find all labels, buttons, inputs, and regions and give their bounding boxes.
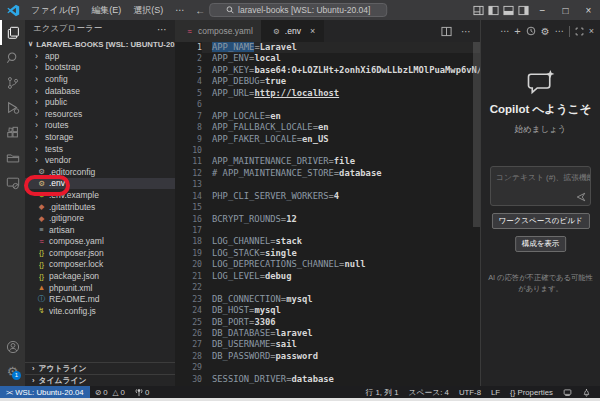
editor-line[interactable]: 19LOG_STACK=single: [175, 248, 480, 259]
source-control-icon[interactable]: [0, 70, 25, 95]
tree-item-database[interactable]: ›database: [25, 85, 175, 97]
editor-line[interactable]: 1APP_NAME=Laravel: [175, 42, 480, 53]
tree-item-package.json[interactable]: {}package.json: [25, 270, 175, 282]
editor-line[interactable]: 9APP_FAKER_LOCALE=en_US: [175, 134, 480, 145]
editor-line[interactable]: 7APP_LOCALE=en: [175, 111, 480, 122]
tree-item-composer.lock[interactable]: {}composer.lock: [25, 259, 175, 271]
chat-more-actions-icon[interactable]: ⋯: [555, 26, 564, 36]
tree-item-config[interactable]: ›config: [25, 73, 175, 85]
editor-line[interactable]: 2APP_ENV=local: [175, 53, 480, 64]
toggle-primary-sidebar-icon[interactable]: [486, 0, 501, 20]
editor-line[interactable]: 26DB_DATABASE=laravel: [175, 328, 480, 339]
editor-line[interactable]: 28DB_PASSWORD=password: [175, 351, 480, 362]
chat-history-icon[interactable]: [526, 26, 536, 36]
chat-input[interactable]: コンテキスト (#)、拡張機能 (@: [490, 166, 591, 206]
explorer-icon[interactable]: [0, 20, 25, 45]
maximize-panel-icon[interactable]: [575, 27, 584, 36]
menu-selection[interactable]: 選択(S): [127, 0, 169, 20]
editor-line[interactable]: 15: [175, 202, 480, 213]
tree-item-vite.config.js[interactable]: ↯vite.config.js: [25, 305, 175, 317]
problems-indicator[interactable]: ⊘ 0 △ 0: [90, 388, 130, 397]
editor-more-actions-icon[interactable]: ⋯: [461, 26, 471, 37]
explorer-more-actions-icon[interactable]: ⋯: [157, 24, 167, 35]
toggle-secondary-sidebar-icon[interactable]: [516, 0, 531, 20]
tree-item-storage[interactable]: ›storage: [25, 131, 175, 143]
menu-file[interactable]: ファイル(F): [25, 0, 85, 20]
editor-line[interactable]: 12# APP_MAINTENANCE_STORE=database: [175, 168, 480, 179]
search-sidebar-icon[interactable]: [0, 45, 25, 70]
tree-item-routes[interactable]: ›routes: [25, 120, 175, 132]
eol-sequence[interactable]: LF: [486, 388, 505, 397]
close-window-button[interactable]: ×: [577, 0, 600, 20]
tree-item-resources[interactable]: ›resources: [25, 108, 175, 120]
editor-line[interactable]: 21LOG_LEVEL=debug: [175, 271, 480, 282]
editor-line[interactable]: 5APP_URL=http://localhost: [175, 88, 480, 99]
editor-line[interactable]: 11APP_MAINTENANCE_DRIVER=file: [175, 156, 480, 167]
tree-item-vendor[interactable]: ›vendor: [25, 154, 175, 166]
tree-item-.gitignore[interactable]: ◆.gitignore: [25, 212, 175, 224]
extensions-icon[interactable]: [0, 120, 25, 145]
tree-item-compose.yaml[interactable]: ≈compose.yaml: [25, 236, 175, 248]
editor-line[interactable]: 3APP_KEY=base64:O+LOZLHt+2onhXi6DwLLbzLM…: [175, 65, 480, 76]
code-editor[interactable]: 1APP_NAME=Laravel2APP_ENV=local3APP_KEY=…: [175, 42, 480, 386]
tree-item-composer.json[interactable]: {}composer.json: [25, 247, 175, 259]
editor-line[interactable]: 29: [175, 362, 480, 373]
show-configuration-button[interactable]: 構成を表示: [515, 236, 567, 252]
tab-env[interactable]: ⚙ .env ×: [262, 20, 324, 42]
send-icon[interactable]: [576, 192, 586, 202]
tree-item-bootstrap[interactable]: ›bootstrap: [25, 62, 175, 74]
editor-line[interactable]: 27DB_USERNAME=sail: [175, 339, 480, 350]
menu-edit[interactable]: 編集(E): [85, 0, 127, 20]
tree-item-README.md[interactable]: ⓘREADME.md: [25, 293, 175, 305]
editor-line[interactable]: 8APP_FALLBACK_LOCALE=en: [175, 122, 480, 133]
tree-item-public[interactable]: ›public: [25, 96, 175, 108]
minimize-button[interactable]: −: [531, 0, 554, 20]
editor-line[interactable]: 23DB_CONNECTION=mysql: [175, 294, 480, 305]
editor-line[interactable]: 17: [175, 225, 480, 236]
toggle-panel-icon[interactable]: [501, 0, 516, 20]
remote-explorer-icon[interactable]: [0, 170, 25, 195]
editor-line[interactable]: 16BCRYPT_ROUNDS=12: [175, 214, 480, 225]
tree-item-.editorconfig[interactable]: ⚙.editorconfig: [25, 166, 175, 178]
run-debug-icon[interactable]: [0, 95, 25, 120]
close-tab-icon[interactable]: ×: [310, 26, 315, 36]
customize-layout-icon[interactable]: [471, 0, 486, 20]
editor-line[interactable]: 24DB_HOST=mysql: [175, 305, 480, 316]
maximize-button[interactable]: □: [554, 0, 577, 20]
ports-indicator[interactable]: 0: [130, 388, 154, 397]
accounts-icon[interactable]: [0, 334, 25, 359]
indentation[interactable]: スペース: 4: [403, 387, 453, 398]
close-panel-icon[interactable]: ×: [589, 26, 594, 36]
outline-section[interactable]: › アウトライン: [25, 362, 175, 374]
editor-line[interactable]: 20LOG_DEPRECATIONS_CHANNEL=null: [175, 259, 480, 270]
tree-item-artisan[interactable]: ≡artisan: [25, 224, 175, 236]
editor-scrollbar[interactable]: [473, 42, 480, 227]
timeline-section[interactable]: › タイムライン: [25, 374, 175, 386]
remote-indicator[interactable]: >< WSL: Ubuntu-20.04: [0, 386, 90, 398]
feedback-icon[interactable]: [558, 388, 577, 397]
tree-item-tests[interactable]: ›tests: [25, 143, 175, 155]
new-chat-icon[interactable]: +: [514, 25, 520, 37]
editor-line[interactable]: 30SESSION_DRIVER=database: [175, 374, 480, 385]
tab-compose-yaml[interactable]: ≈ compose.yaml: [175, 20, 262, 42]
editor-line[interactable]: 6: [175, 99, 480, 110]
editor-line[interactable]: 22: [175, 282, 480, 293]
editor-line[interactable]: 10: [175, 145, 480, 156]
build-workspace-button[interactable]: ワークスペースのビルド: [491, 213, 589, 229]
editor-line[interactable]: 13: [175, 179, 480, 190]
notifications-bell-icon[interactable]: [577, 388, 596, 397]
tree-item-.env[interactable]: ⚙.env: [25, 178, 175, 190]
tree-item-app[interactable]: ›app: [25, 50, 175, 62]
chat-mode-more-icon[interactable]: ⋯: [500, 26, 509, 36]
workspace-section-header[interactable]: ∨ LARAVEL-BOOKS [WSL: UBUNTU-20.04]: [25, 38, 175, 50]
docker-sidebar-icon[interactable]: [0, 145, 25, 170]
cursor-position[interactable]: 行 1, 列 1: [361, 387, 404, 398]
chat-settings-gear-icon[interactable]: ⚙: [541, 26, 550, 37]
menu-overflow[interactable]: ⋯: [169, 0, 190, 20]
editor-line[interactable]: 14PHP_CLI_SERVER_WORKERS=4: [175, 191, 480, 202]
encoding[interactable]: UTF-8: [454, 388, 486, 397]
split-editor-icon[interactable]: [441, 26, 452, 37]
tree-item-phpunit.xml[interactable]: ▲phpunit.xml: [25, 282, 175, 294]
command-center[interactable]: laravel-books [WSL: Ubuntu-20.04]: [209, 3, 387, 17]
editor-line[interactable]: 18LOG_CHANNEL=stack: [175, 236, 480, 247]
